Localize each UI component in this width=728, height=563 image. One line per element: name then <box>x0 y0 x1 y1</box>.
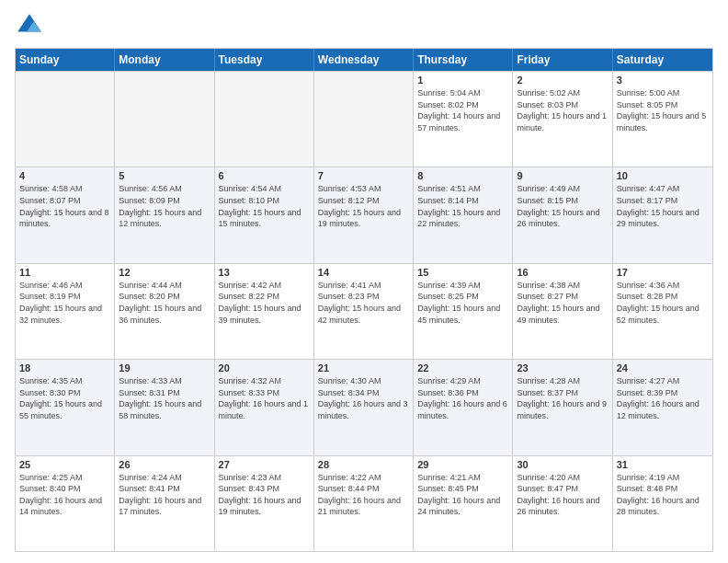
weekday-header: Friday <box>513 49 612 71</box>
calendar-cell <box>16 72 115 167</box>
calendar-cell: 28Sunrise: 4:22 AM Sunset: 8:44 PM Dayli… <box>314 456 414 551</box>
day-number: 23 <box>517 362 608 373</box>
day-number: 26 <box>119 459 210 470</box>
day-number: 27 <box>219 459 310 470</box>
day-number: 18 <box>19 362 110 373</box>
day-info: Sunrise: 5:02 AM Sunset: 8:03 PM Dayligh… <box>517 87 608 133</box>
day-number: 13 <box>219 267 310 278</box>
day-info: Sunrise: 4:35 AM Sunset: 8:30 PM Dayligh… <box>19 375 110 421</box>
day-info: Sunrise: 4:56 AM Sunset: 8:09 PM Dayligh… <box>119 183 210 229</box>
calendar-cell: 18Sunrise: 4:35 AM Sunset: 8:30 PM Dayli… <box>16 360 115 454</box>
weekday-header: Saturday <box>613 49 712 71</box>
calendar-row: 4Sunrise: 4:58 AM Sunset: 8:07 PM Daylig… <box>16 167 712 262</box>
day-info: Sunrise: 4:29 AM Sunset: 8:36 PM Dayligh… <box>417 375 508 421</box>
day-number: 6 <box>219 170 310 181</box>
calendar-cell: 31Sunrise: 4:19 AM Sunset: 8:48 PM Dayli… <box>613 456 712 551</box>
calendar-cell: 16Sunrise: 4:38 AM Sunset: 8:27 PM Dayli… <box>513 264 612 359</box>
day-number: 1 <box>417 75 508 86</box>
logo-icon <box>15 11 44 40</box>
day-info: Sunrise: 4:39 AM Sunset: 8:25 PM Dayligh… <box>417 280 508 326</box>
day-info: Sunrise: 4:20 AM Sunset: 8:47 PM Dayligh… <box>517 472 608 518</box>
day-number: 2 <box>517 75 608 86</box>
day-number: 17 <box>617 267 709 278</box>
calendar-cell: 26Sunrise: 4:24 AM Sunset: 8:41 PM Dayli… <box>115 456 214 551</box>
day-number: 28 <box>318 459 409 470</box>
calendar-row: 11Sunrise: 4:46 AM Sunset: 8:19 PM Dayli… <box>16 263 712 359</box>
calendar-body: 1Sunrise: 5:04 AM Sunset: 8:02 PM Daylig… <box>16 71 712 551</box>
day-number: 25 <box>19 459 110 470</box>
day-number: 20 <box>219 362 310 373</box>
day-number: 31 <box>617 459 709 470</box>
day-number: 24 <box>617 362 709 373</box>
calendar-cell <box>215 72 314 167</box>
day-info: Sunrise: 4:32 AM Sunset: 8:33 PM Dayligh… <box>219 375 310 421</box>
day-info: Sunrise: 4:58 AM Sunset: 8:07 PM Dayligh… <box>19 183 110 229</box>
calendar: SundayMondayTuesdayWednesdayThursdayFrid… <box>15 48 713 552</box>
day-info: Sunrise: 4:25 AM Sunset: 8:40 PM Dayligh… <box>19 472 110 518</box>
day-info: Sunrise: 4:24 AM Sunset: 8:41 PM Dayligh… <box>119 472 210 518</box>
calendar-cell: 20Sunrise: 4:32 AM Sunset: 8:33 PM Dayli… <box>215 360 314 454</box>
calendar-cell <box>314 72 414 167</box>
calendar-cell: 1Sunrise: 5:04 AM Sunset: 8:02 PM Daylig… <box>414 72 513 167</box>
day-number: 15 <box>417 267 508 278</box>
calendar-cell: 30Sunrise: 4:20 AM Sunset: 8:47 PM Dayli… <box>513 456 612 551</box>
day-info: Sunrise: 4:54 AM Sunset: 8:10 PM Dayligh… <box>219 183 310 229</box>
calendar-cell: 9Sunrise: 4:49 AM Sunset: 8:15 PM Daylig… <box>513 167 612 262</box>
calendar-cell: 13Sunrise: 4:42 AM Sunset: 8:22 PM Dayli… <box>215 264 314 359</box>
calendar-cell: 27Sunrise: 4:23 AM Sunset: 8:43 PM Dayli… <box>215 456 314 551</box>
page: SundayMondayTuesdayWednesdayThursdayFrid… <box>0 0 728 563</box>
day-info: Sunrise: 4:27 AM Sunset: 8:39 PM Dayligh… <box>617 375 709 421</box>
calendar-cell: 6Sunrise: 4:54 AM Sunset: 8:10 PM Daylig… <box>215 167 314 262</box>
day-number: 30 <box>517 459 608 470</box>
calendar-cell: 11Sunrise: 4:46 AM Sunset: 8:19 PM Dayli… <box>16 264 115 359</box>
day-info: Sunrise: 4:19 AM Sunset: 8:48 PM Dayligh… <box>617 472 709 518</box>
day-number: 7 <box>318 170 409 181</box>
day-info: Sunrise: 4:33 AM Sunset: 8:31 PM Dayligh… <box>119 375 210 421</box>
weekday-header: Monday <box>115 49 214 71</box>
day-info: Sunrise: 5:00 AM Sunset: 8:05 PM Dayligh… <box>617 87 709 133</box>
day-info: Sunrise: 4:41 AM Sunset: 8:23 PM Dayligh… <box>318 280 409 326</box>
calendar-cell <box>115 72 214 167</box>
calendar-row: 1Sunrise: 5:04 AM Sunset: 8:02 PM Daylig… <box>16 71 712 167</box>
calendar-cell: 17Sunrise: 4:36 AM Sunset: 8:28 PM Dayli… <box>613 264 712 359</box>
day-number: 4 <box>19 170 110 181</box>
day-number: 12 <box>119 267 210 278</box>
day-info: Sunrise: 4:30 AM Sunset: 8:34 PM Dayligh… <box>318 375 409 421</box>
calendar-cell: 15Sunrise: 4:39 AM Sunset: 8:25 PM Dayli… <box>414 264 513 359</box>
calendar-cell: 25Sunrise: 4:25 AM Sunset: 8:40 PM Dayli… <box>16 456 115 551</box>
calendar-cell: 3Sunrise: 5:00 AM Sunset: 8:05 PM Daylig… <box>613 72 712 167</box>
day-number: 19 <box>119 362 210 373</box>
calendar-cell: 5Sunrise: 4:56 AM Sunset: 8:09 PM Daylig… <box>115 167 214 262</box>
weekday-header: Thursday <box>414 49 513 71</box>
day-number: 3 <box>617 75 709 86</box>
day-info: Sunrise: 4:23 AM Sunset: 8:43 PM Dayligh… <box>219 472 310 518</box>
day-info: Sunrise: 4:53 AM Sunset: 8:12 PM Dayligh… <box>318 183 409 229</box>
day-number: 14 <box>318 267 409 278</box>
logo <box>15 11 48 40</box>
calendar-cell: 21Sunrise: 4:30 AM Sunset: 8:34 PM Dayli… <box>314 360 414 454</box>
calendar-cell: 12Sunrise: 4:44 AM Sunset: 8:20 PM Dayli… <box>115 264 214 359</box>
weekday-header: Wednesday <box>314 49 414 71</box>
day-info: Sunrise: 4:42 AM Sunset: 8:22 PM Dayligh… <box>219 280 310 326</box>
calendar-cell: 24Sunrise: 4:27 AM Sunset: 8:39 PM Dayli… <box>613 360 712 454</box>
calendar-cell: 10Sunrise: 4:47 AM Sunset: 8:17 PM Dayli… <box>613 167 712 262</box>
day-number: 9 <box>517 170 608 181</box>
calendar-cell: 14Sunrise: 4:41 AM Sunset: 8:23 PM Dayli… <box>314 264 414 359</box>
day-info: Sunrise: 4:46 AM Sunset: 8:19 PM Dayligh… <box>19 280 110 326</box>
day-number: 21 <box>318 362 409 373</box>
day-number: 10 <box>617 170 709 181</box>
day-info: Sunrise: 4:21 AM Sunset: 8:45 PM Dayligh… <box>417 472 508 518</box>
day-info: Sunrise: 4:22 AM Sunset: 8:44 PM Dayligh… <box>318 472 409 518</box>
day-number: 5 <box>119 170 210 181</box>
calendar-cell: 8Sunrise: 4:51 AM Sunset: 8:14 PM Daylig… <box>414 167 513 262</box>
day-info: Sunrise: 4:47 AM Sunset: 8:17 PM Dayligh… <box>617 183 709 229</box>
calendar-cell: 4Sunrise: 4:58 AM Sunset: 8:07 PM Daylig… <box>16 167 115 262</box>
day-number: 16 <box>517 267 608 278</box>
day-info: Sunrise: 4:38 AM Sunset: 8:27 PM Dayligh… <box>517 280 608 326</box>
day-number: 29 <box>417 459 508 470</box>
day-info: Sunrise: 4:28 AM Sunset: 8:37 PM Dayligh… <box>517 375 608 421</box>
day-info: Sunrise: 5:04 AM Sunset: 8:02 PM Dayligh… <box>417 87 508 133</box>
calendar-row: 18Sunrise: 4:35 AM Sunset: 8:30 PM Dayli… <box>16 359 712 454</box>
calendar-cell: 2Sunrise: 5:02 AM Sunset: 8:03 PM Daylig… <box>513 72 612 167</box>
day-number: 22 <box>417 362 508 373</box>
